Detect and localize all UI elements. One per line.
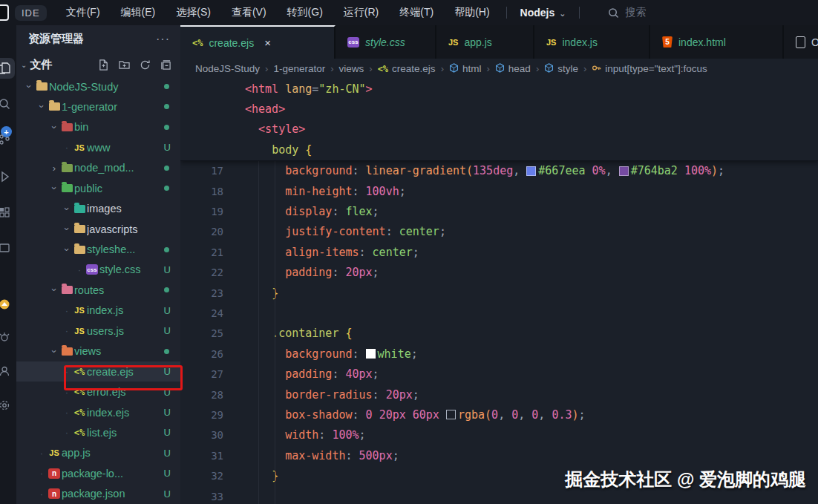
tree-item-public[interactable]: ›public	[16, 178, 180, 198]
source-control-icon[interactable]	[0, 129, 15, 150]
sticky-line[interactable]: <html lang="zh-CN">	[180, 79, 818, 99]
tab-index-html[interactable]: 5index.html	[650, 25, 784, 59]
tree-chevron-icon[interactable]: ›	[36, 102, 48, 112]
menu-item-0[interactable]: 文件(F)	[57, 3, 109, 22]
code-line[interactable]: 21 align-items: center;	[180, 242, 818, 262]
code-line[interactable]: 17 background: linear-gradient(135deg, #…	[180, 161, 818, 181]
line-number: 24	[180, 307, 223, 319]
tab-index-js[interactable]: JSindex.js	[534, 25, 650, 59]
tree-chevron-icon[interactable]: ›	[62, 224, 73, 235]
menu-item-2[interactable]: 选择(S)	[167, 3, 220, 22]
tree-bullet: ·	[62, 427, 72, 438]
breadcrumb-item[interactable]: <%create.ejs	[378, 63, 436, 74]
explorer-panel: 资源管理器 ··· ⌄ 文件 ›NodeJS-Study›1-generator…	[16, 25, 180, 504]
tree-item-error-ejs[interactable]: ·<%error.ejsU	[16, 382, 180, 402]
tree-chevron-icon[interactable]: ›	[24, 82, 35, 92]
tab-app-js[interactable]: JSapp.js	[436, 25, 534, 59]
breadcrumb-separator: ›	[265, 63, 268, 74]
code-line[interactable]: 27 padding: 40px;	[180, 364, 818, 384]
tree-item-node_mod-[interactable]: ›node_mod...	[16, 158, 180, 178]
tree-item-package-lo-[interactable]: ·npackage-lo...U	[16, 463, 180, 483]
breadcrumb-item[interactable]: views	[339, 63, 364, 74]
menu-item-7[interactable]: 帮助(H)	[445, 3, 498, 22]
tree-item-index-ejs[interactable]: ·<%index.ejsU	[16, 402, 180, 422]
code-line[interactable]: 23 }	[180, 283, 818, 303]
tree-item-routes[interactable]: ›routes	[16, 280, 180, 300]
code-line[interactable]: 25 .container {	[180, 324, 818, 344]
new-folder-icon[interactable]	[119, 59, 130, 71]
tab-create-ejs[interactable]: <%create.ejs×	[180, 25, 336, 59]
code-line[interactable]: 31 max-width: 500px;	[180, 445, 818, 465]
search-icon[interactable]	[0, 94, 15, 114]
global-search[interactable]: 搜索	[608, 6, 646, 19]
tree-item-images[interactable]: ›images	[16, 198, 180, 218]
tree-item-app-js[interactable]: ·JSapp.jsU	[16, 443, 180, 463]
tree-item-index-js[interactable]: ·JSindex.jsU	[16, 301, 180, 321]
tree-chevron-icon[interactable]: ›	[49, 183, 60, 194]
code-editor[interactable]: <html lang="zh-CN"><head> <style> body {…	[180, 79, 818, 504]
tree-chevron-icon[interactable]: ›	[62, 203, 73, 214]
tree-chevron-icon[interactable]: ›	[49, 163, 59, 174]
debug-icon[interactable]	[0, 327, 15, 347]
tree-item-create-ejs[interactable]: ·<%create.ejsU	[16, 361, 180, 382]
breadcrumb-item[interactable]: 1-generator	[273, 63, 325, 74]
account-icon[interactable]	[0, 361, 15, 382]
tree-chevron-icon[interactable]: ›	[49, 285, 60, 295]
sticky-line[interactable]: <head>	[180, 99, 818, 119]
tree-item-bin[interactable]: ›bin	[16, 117, 180, 137]
tree-item-list-ejs[interactable]: ·<%list.ejsU	[16, 422, 180, 442]
project-selector[interactable]: Nodejs ⌄	[514, 4, 572, 21]
sticky-line[interactable]: <style>	[180, 120, 818, 140]
code-line[interactable]: 26 background: white;	[180, 344, 818, 364]
menu-item-5[interactable]: 运行(R)	[335, 3, 387, 22]
code-line[interactable]: 24	[180, 303, 818, 323]
breadcrumb-item[interactable]: style	[544, 63, 578, 75]
tree-item-www[interactable]: ·JSwwwU	[16, 137, 180, 157]
tree-chevron-icon[interactable]: ›	[49, 346, 60, 356]
files-section-header[interactable]: ⌄ 文件	[16, 53, 180, 76]
extensions-icon[interactable]	[0, 202, 15, 223]
breadcrumb-item[interactable]: NodeJS-Study	[195, 63, 260, 74]
code-line[interactable]: 20 justify-content: center;	[180, 222, 818, 242]
tree-chevron-icon[interactable]: ›	[62, 244, 73, 255]
more-actions-icon[interactable]: ···	[156, 33, 170, 46]
run-icon[interactable]	[0, 166, 15, 187]
tree-item-nodejs-study[interactable]: ›NodeJS-Study	[16, 76, 180, 96]
tree-item-1-generator[interactable]: ›1-generator	[16, 96, 180, 117]
code-line[interactable]: 29 box-shadow: 0 20px 60px rgba(0, 0, 0,…	[180, 405, 818, 425]
breadcrumb-item[interactable]: input[type="text"]:focus	[592, 63, 707, 75]
code-line[interactable]: 30 width: 100%;	[180, 425, 818, 445]
js-file-icon: JS	[448, 38, 458, 47]
code-token: ;	[411, 347, 418, 361]
menu-item-1[interactable]: 编辑(E)	[112, 3, 165, 22]
code-line[interactable]: 28 border-radius: 20px;	[180, 384, 818, 405]
menu-item-4[interactable]: 转到(G)	[278, 3, 332, 22]
close-icon[interactable]: ×	[264, 36, 271, 49]
tree-item-package-json[interactable]: ·npackage.jsonU	[16, 484, 180, 504]
refresh-icon[interactable]	[140, 59, 151, 71]
new-file-icon[interactable]	[98, 59, 109, 71]
code-line[interactable]: 19 display: flex;	[180, 201, 818, 221]
tree-chevron-icon[interactable]: ›	[49, 122, 60, 132]
tree-item-views[interactable]: ›views	[16, 341, 180, 361]
tab-style-css[interactable]: cssstyle.css	[336, 25, 436, 59]
tree-item-styleshe-[interactable]: ›styleshe...	[16, 239, 180, 259]
menu-item-3[interactable]: 查看(V)	[223, 3, 275, 22]
tab-one-time-user-registera[interactable]: One time user Registera	[784, 25, 818, 59]
explorer-icon[interactable]	[0, 58, 15, 79]
menu-item-6[interactable]: 终端(T)	[390, 3, 442, 22]
folder-icon	[49, 102, 60, 111]
breadcrumb-item[interactable]: html	[449, 63, 482, 75]
tree-item-javascripts[interactable]: ›javascripts	[16, 219, 180, 239]
sticky-line[interactable]: body {	[180, 140, 818, 160]
breadcrumb-item[interactable]: head	[495, 63, 531, 75]
ai-assistant-icon[interactable]	[0, 294, 15, 315]
code-line[interactable]: 18 min-height: 100vh;	[180, 181, 818, 201]
tree-item-style-css[interactable]: ·cssstyle.cssU	[16, 260, 180, 280]
remote-window-icon[interactable]	[0, 238, 15, 258]
collapse-all-icon[interactable]	[160, 59, 171, 71]
code-line[interactable]: 22 padding: 20px;	[180, 263, 818, 283]
tree-item-label: images	[87, 203, 180, 215]
tree-item-users-js[interactable]: ·JSusers.jsU	[16, 321, 180, 341]
settings-gear-icon[interactable]	[0, 395, 15, 416]
